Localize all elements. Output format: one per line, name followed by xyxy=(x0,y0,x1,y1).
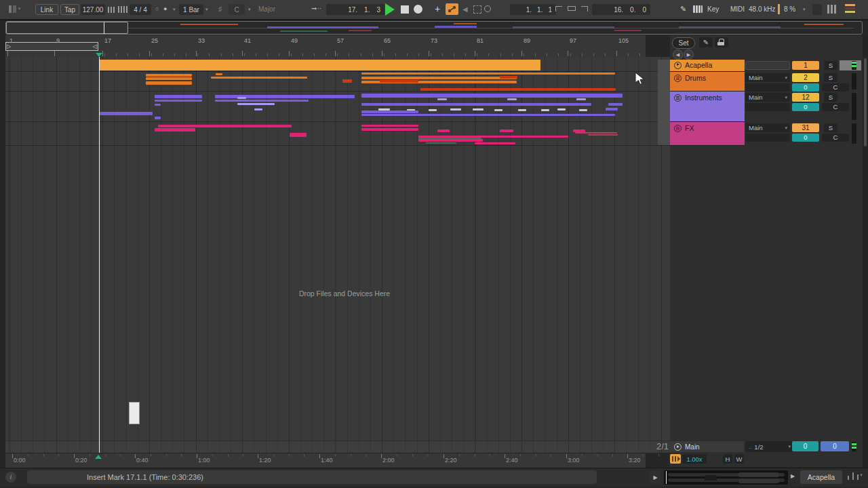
midi-note-segment[interactable] xyxy=(361,73,615,75)
loop-brace-end-icon[interactable]: ◁ xyxy=(93,43,97,49)
track-pan-field[interactable]: C xyxy=(822,134,849,142)
nudge-up-icon[interactable]: ● xyxy=(163,5,167,12)
preview-clip-play-icon[interactable]: ▶ xyxy=(791,473,795,479)
key-caret-icon[interactable]: ▾ xyxy=(248,7,251,12)
track-fold-icon[interactable] xyxy=(674,94,682,102)
midi-note-segment[interactable] xyxy=(380,80,418,83)
track-volume-field[interactable]: 0 xyxy=(792,103,819,111)
midi-note-segment[interactable] xyxy=(215,100,309,102)
midi-note-segment[interactable] xyxy=(518,109,526,111)
track-pan-field[interactable]: C xyxy=(822,83,849,92)
midi-note-segment[interactable] xyxy=(608,103,623,106)
midi-note-segment[interactable] xyxy=(155,128,195,131)
track-routing-sub-box[interactable] xyxy=(745,103,790,111)
new-midi-track-icon[interactable]: + xyxy=(435,4,440,14)
overview-view-window[interactable] xyxy=(6,22,128,34)
track-routing-menu[interactable]: Main▾ xyxy=(745,123,790,132)
midi-note-segment[interactable] xyxy=(361,103,591,106)
midi-note-segment[interactable] xyxy=(426,142,456,144)
track-header-instruments[interactable]: Instruments xyxy=(670,92,745,122)
midi-note-segment[interactable] xyxy=(237,103,275,105)
midi-note-segment[interactable] xyxy=(361,128,418,131)
set-button[interactable]: Set xyxy=(672,37,695,49)
midi-note-segment[interactable] xyxy=(500,76,517,79)
track-fold-icon[interactable] xyxy=(674,75,682,82)
track-volume-field[interactable]: 0 xyxy=(792,83,819,92)
midi-note-segment[interactable] xyxy=(576,98,586,100)
double-speed-button[interactable]: W xyxy=(734,454,744,464)
scrollbar-thumb[interactable] xyxy=(864,58,867,146)
lock-icon[interactable] xyxy=(715,37,728,47)
midi-note-segment[interactable] xyxy=(237,97,246,99)
midi-note-segment[interactable] xyxy=(450,108,461,110)
main-pan-field[interactable]: 0 xyxy=(821,441,849,451)
insert-marker-bottom-icon[interactable] xyxy=(95,455,102,459)
midi-note-segment[interactable] xyxy=(361,114,615,116)
computer-midi-keyboard-icon[interactable] xyxy=(693,5,703,13)
midi-note-segment[interactable] xyxy=(155,95,202,98)
scale-name-field[interactable]: Major xyxy=(258,5,275,13)
tap-tempo-button[interactable]: Tap xyxy=(60,4,79,15)
midi-note-segment[interactable] xyxy=(575,132,617,134)
midi-note-segment[interactable] xyxy=(146,77,192,80)
pencil-automation-icon[interactable]: ✎ xyxy=(699,37,713,47)
draw-mode-icon[interactable]: ✎ xyxy=(680,5,686,14)
midi-note-segment[interactable] xyxy=(437,98,447,100)
back-to-arrangement-icon[interactable]: ◀ xyxy=(462,5,468,13)
midi-note-segment[interactable] xyxy=(494,109,502,111)
punch-out-icon[interactable] xyxy=(581,6,588,12)
track-pan-field[interactable]: C xyxy=(822,103,849,111)
track-fold-icon[interactable] xyxy=(674,125,682,132)
loop-brace[interactable]: ▷ ◁ xyxy=(5,42,98,51)
loop-length-display[interactable]: 16. 0. 0 xyxy=(592,4,650,15)
preview-play-button[interactable]: ▶ xyxy=(650,470,661,485)
midi-note-segment[interactable] xyxy=(158,125,292,127)
nudge-down-icon[interactable]: ○ xyxy=(155,5,159,12)
loop-start-display[interactable]: 1. 1. 1 xyxy=(510,4,556,15)
follow-icon[interactable]: ➞·· xyxy=(311,5,321,12)
link-button[interactable]: Link xyxy=(35,4,58,15)
metronome-count-icon[interactable] xyxy=(108,5,116,13)
midi-note-segment[interactable] xyxy=(290,133,307,137)
metronome-menu-caret-icon[interactable]: ▾ xyxy=(173,7,176,12)
midi-note-segment[interactable] xyxy=(420,88,616,91)
midi-note-segment[interactable] xyxy=(437,129,450,132)
track-header-acapella[interactable]: Acapella xyxy=(670,60,745,72)
time-signature-field[interactable]: 4 / 4 xyxy=(130,4,151,15)
track-solo-button[interactable]: S xyxy=(824,123,837,132)
main-track-lane[interactable] xyxy=(5,441,658,453)
prev-marker-button[interactable]: ◀ xyxy=(673,49,683,60)
midi-note-segment[interactable] xyxy=(342,79,352,83)
key-root-field[interactable]: C xyxy=(229,4,245,15)
preview-clip-name[interactable]: Acapella xyxy=(800,470,842,484)
midi-note-segment[interactable] xyxy=(254,108,262,110)
beat-time-ruler[interactable]: ▷ ◁ 191725334149576573818997105 xyxy=(5,35,646,57)
midi-note-segment[interactable] xyxy=(429,109,437,111)
arrangement-canvas[interactable]: Drop Files and Devices Here xyxy=(5,57,670,453)
track-activator-button[interactable]: 31 xyxy=(792,123,819,132)
midi-note-segment[interactable] xyxy=(146,81,192,85)
main-volume-field[interactable]: 0 xyxy=(792,441,818,451)
arrangement-overview[interactable] xyxy=(5,21,863,35)
quantize-menu[interactable]: 1 Bar xyxy=(179,4,203,15)
track-activator-button[interactable]: 12 xyxy=(792,93,819,102)
track-routing-menu[interactable]: Main▾ xyxy=(745,73,790,82)
key-map-toggle[interactable]: Key xyxy=(707,5,719,13)
draw-selection-icon[interactable] xyxy=(473,5,481,14)
arrangement-position-display[interactable]: 17. 1. 3 xyxy=(326,4,384,15)
automation-arm-button[interactable] xyxy=(446,3,458,15)
punch-in-icon[interactable] xyxy=(555,6,562,12)
play-button[interactable] xyxy=(385,3,395,16)
tempo-field[interactable]: 127.00 xyxy=(81,4,105,15)
midi-note-segment[interactable] xyxy=(216,73,222,75)
midi-note-segment[interactable] xyxy=(588,134,618,136)
midi-note-segment[interactable] xyxy=(155,104,161,106)
track-resize-strip[interactable] xyxy=(658,60,670,145)
main-play-icon[interactable] xyxy=(674,443,682,451)
info-icon[interactable]: i xyxy=(5,472,16,483)
track-routing-menu[interactable]: Main▾ xyxy=(745,93,790,102)
loop-brace-start-icon[interactable]: ▷ xyxy=(7,43,11,49)
midi-note-segment[interactable] xyxy=(579,109,587,111)
track-activator-button[interactable]: 1 xyxy=(792,61,819,70)
midi-note-segment[interactable] xyxy=(500,129,513,132)
